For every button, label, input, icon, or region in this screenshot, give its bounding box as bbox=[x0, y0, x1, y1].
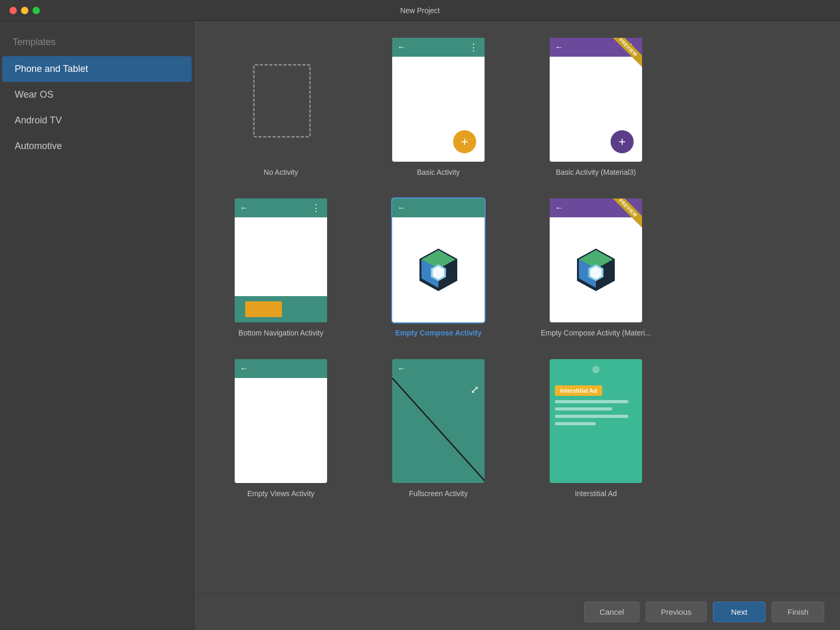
compose-logo-icon bbox=[415, 246, 462, 293]
template-preview-basic-material3: ← ⋮ + PREVIEW bbox=[549, 37, 643, 163]
topbar-basic: ← ⋮ bbox=[392, 38, 485, 57]
preview-badge-label-m3: PREVIEW bbox=[611, 38, 642, 67]
template-label-bottom-nav: Bottom Navigation Activity bbox=[238, 329, 323, 337]
preview-badge-label-ecm: PREVIEW bbox=[611, 198, 642, 227]
template-preview-bottom-nav: ← ⋮ bbox=[234, 197, 328, 323]
template-label-empty-activity: Empty Views Activity bbox=[247, 489, 314, 498]
menu-dots-icon-bn: ⋮ bbox=[311, 202, 322, 214]
bottom-toolbar: Cancel Previous Next Finish bbox=[194, 593, 840, 630]
interstitial-ad-badge: Interstitial Ad bbox=[555, 385, 602, 396]
template-preview-empty-compose: ← bbox=[391, 197, 486, 323]
back-arrow-icon-fs: ← bbox=[397, 364, 406, 373]
bottom-nav-bar bbox=[235, 296, 327, 322]
templates-grid: No Activity ← ⋮ + Basic Activity bbox=[194, 21, 840, 593]
phone-body-material3: + bbox=[550, 57, 642, 162]
template-label-interstitial-ad: Interstitial Ad bbox=[575, 489, 617, 498]
back-arrow-icon: ← bbox=[397, 43, 406, 52]
maximize-button[interactable] bbox=[33, 7, 40, 14]
template-bottom-nav[interactable]: ← ⋮ Bottom Navigation Activity bbox=[210, 197, 352, 337]
back-arrow-icon-ea: ← bbox=[240, 364, 248, 373]
template-preview-basic-activity: ← ⋮ + bbox=[391, 37, 486, 163]
sidebar: Templates Phone and Tablet Wear OS Andro… bbox=[0, 21, 194, 630]
interstitial-line-4 bbox=[555, 422, 596, 425]
menu-dots-icon: ⋮ bbox=[469, 41, 479, 53]
back-arrow-icon-m3: ← bbox=[555, 43, 563, 52]
template-empty-compose-material[interactable]: ← PREVIEW bbox=[525, 197, 667, 337]
topbar-compose: ← bbox=[392, 198, 485, 217]
expand-icon: ⤢ bbox=[470, 383, 479, 396]
phone-body-compose-material bbox=[550, 217, 642, 322]
sidebar-item-wear-os[interactable]: Wear OS bbox=[2, 82, 192, 108]
template-preview-fullscreen: ← ⤢ bbox=[391, 358, 486, 484]
main-layout: Templates Phone and Tablet Wear OS Andro… bbox=[0, 21, 840, 630]
template-label-empty-compose: Empty Compose Activity bbox=[395, 329, 481, 337]
template-no-activity[interactable]: No Activity bbox=[210, 37, 352, 176]
finish-button[interactable]: Finish bbox=[772, 602, 824, 622]
circle-icon bbox=[592, 366, 600, 373]
sidebar-item-automotive[interactable]: Automotive bbox=[2, 133, 192, 159]
template-basic-material3[interactable]: ← ⋮ + PREVIEW Basic Activity (Material3) bbox=[525, 37, 667, 176]
sidebar-section-title: Templates bbox=[0, 32, 194, 56]
phone-body-compose bbox=[392, 217, 485, 322]
bottom-nav-highlight bbox=[245, 301, 282, 317]
fab-icon: + bbox=[453, 130, 476, 153]
fab-icon-m3: + bbox=[611, 130, 634, 153]
sidebar-item-phone-tablet[interactable]: Phone and Tablet bbox=[2, 56, 192, 82]
content-area: No Activity ← ⋮ + Basic Activity bbox=[194, 21, 840, 630]
topbar-empty: ← bbox=[235, 359, 327, 378]
title-bar: New Project bbox=[0, 0, 840, 21]
traffic-lights bbox=[9, 7, 40, 14]
template-interstitial-ad[interactable]: Interstitial Ad Interstitial Ad bbox=[525, 358, 667, 498]
template-label-basic: Basic Activity bbox=[417, 168, 460, 176]
template-label-fullscreen: Fullscreen Activity bbox=[409, 489, 468, 498]
template-empty-compose[interactable]: ← bbox=[368, 197, 509, 337]
interstitial-line-3 bbox=[555, 415, 628, 418]
template-basic-activity[interactable]: ← ⋮ + Basic Activity bbox=[368, 37, 509, 176]
template-preview-empty-compose-material: ← PREVIEW bbox=[549, 197, 643, 323]
topbar-bottom-nav: ← ⋮ bbox=[235, 198, 327, 217]
preview-badge-m3: PREVIEW bbox=[611, 38, 642, 69]
window-title: New Project bbox=[400, 6, 439, 15]
cancel-button[interactable]: Cancel bbox=[584, 602, 639, 622]
topbar-fullscreen: ← bbox=[392, 359, 485, 378]
template-preview-no-activity bbox=[234, 37, 328, 163]
minimize-button[interactable] bbox=[21, 7, 28, 14]
back-arrow-icon-ecm: ← bbox=[555, 203, 563, 213]
phone-body-bottom-nav bbox=[235, 217, 327, 296]
back-arrow-icon-bn: ← bbox=[240, 203, 248, 213]
interstitial-top bbox=[550, 359, 642, 380]
phone-body-basic: + bbox=[392, 57, 485, 162]
template-preview-empty-activity: ← bbox=[234, 358, 328, 484]
back-arrow-icon-ec: ← bbox=[397, 203, 406, 213]
template-preview-interstitial-ad: Interstitial Ad bbox=[549, 358, 643, 484]
interstitial-line-1 bbox=[555, 400, 628, 403]
preview-badge-ecm: PREVIEW bbox=[611, 198, 642, 230]
template-label-no-activity: No Activity bbox=[264, 168, 298, 176]
empty-body bbox=[235, 378, 327, 483]
sidebar-item-android-tv[interactable]: Android TV bbox=[2, 108, 192, 133]
nav-body: ⤢ bbox=[392, 378, 485, 483]
template-label-basic-m3: Basic Activity (Material3) bbox=[556, 168, 636, 176]
dashed-rect-icon bbox=[253, 64, 311, 138]
interstitial-line-2 bbox=[555, 407, 612, 411]
interstitial-body: Interstitial Ad bbox=[550, 380, 642, 483]
close-button[interactable] bbox=[9, 7, 17, 14]
template-label-empty-compose-material: Empty Compose Activity (Materi... bbox=[541, 329, 651, 337]
next-button[interactable]: Next bbox=[713, 602, 765, 622]
compose-logo-material-icon bbox=[572, 246, 620, 293]
previous-button[interactable]: Previous bbox=[646, 602, 707, 622]
template-empty-activity[interactable]: ← Empty Views Activity bbox=[210, 358, 352, 498]
template-fullscreen[interactable]: ← ⤢ Fullscreen Activity bbox=[368, 358, 509, 498]
